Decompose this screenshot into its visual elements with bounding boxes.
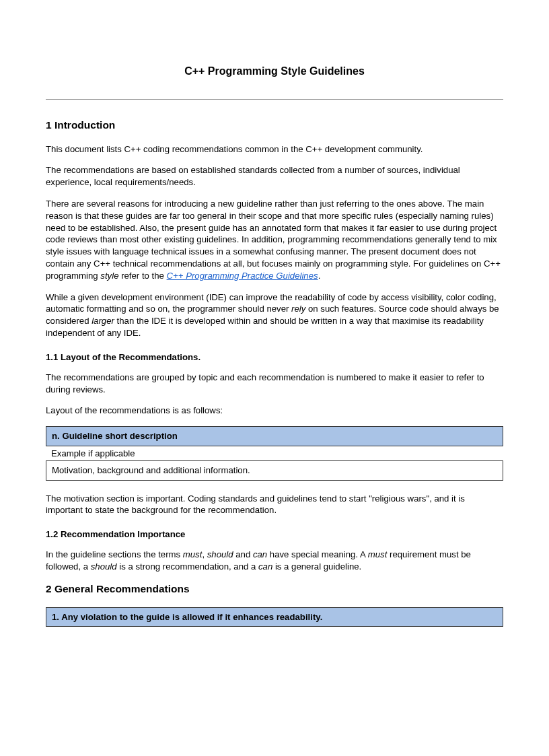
text: have special meaning. A (267, 549, 368, 559)
should-word: should (207, 549, 233, 559)
importance-paragraph: In the guideline sections the terms must… (46, 549, 503, 573)
must-word-2: must (368, 549, 388, 559)
guideline-example-line: Example if applicable (46, 446, 503, 460)
text: and (233, 549, 253, 559)
guideline-header-box: n. Guideline short description (46, 426, 503, 446)
text: refer to the (118, 271, 166, 281)
text: is a strong recommendation, and a (117, 561, 258, 572)
recommendation-1-box: 1. Any violation to the guide is allowed… (46, 607, 503, 627)
section-1-heading: 1 Introduction (46, 118, 503, 133)
document-page: C++ Programming Style Guidelines 1 Intro… (0, 0, 549, 667)
text: , (202, 549, 207, 559)
horizontal-rule (46, 99, 503, 100)
layout-paragraph-3: The motivation section is important. Cod… (46, 493, 503, 517)
style-word: style (100, 271, 118, 281)
text: In the guideline sections the terms (46, 549, 183, 559)
intro-paragraph-2: The recommendations are based on establi… (46, 164, 503, 188)
intro-paragraph-1: This document lists C++ coding recommend… (46, 143, 503, 156)
text: is a general guideline. (272, 561, 361, 572)
can-word-2: can (258, 561, 272, 572)
must-word: must (183, 549, 203, 559)
section-2-heading: 2 General Recommendations (46, 582, 503, 596)
rely-word: rely (291, 304, 305, 314)
can-word: can (253, 549, 267, 559)
larger-word: larger (92, 316, 114, 326)
guideline-motivation-box: Motivation, background and additional in… (46, 460, 503, 481)
intro-paragraph-4: While a given development environment (I… (46, 291, 503, 339)
practice-guidelines-link[interactable]: C++ Programming Practice Guidelines (167, 271, 318, 281)
text: There are several reasons for introducin… (46, 199, 501, 281)
intro-paragraph-3: There are several reasons for introducin… (46, 198, 503, 282)
text: . (318, 271, 321, 281)
document-title: C++ Programming Style Guidelines (46, 64, 503, 79)
layout-paragraph-1: The recommendations are grouped by topic… (46, 372, 503, 396)
section-1-2-heading: 1.2 Recommendation Importance (46, 528, 503, 541)
should-word-2: should (91, 561, 117, 572)
section-1-1-heading: 1.1 Layout of the Recommendations. (46, 351, 503, 364)
layout-paragraph-2: Layout of the recommendations is as foll… (46, 405, 503, 417)
